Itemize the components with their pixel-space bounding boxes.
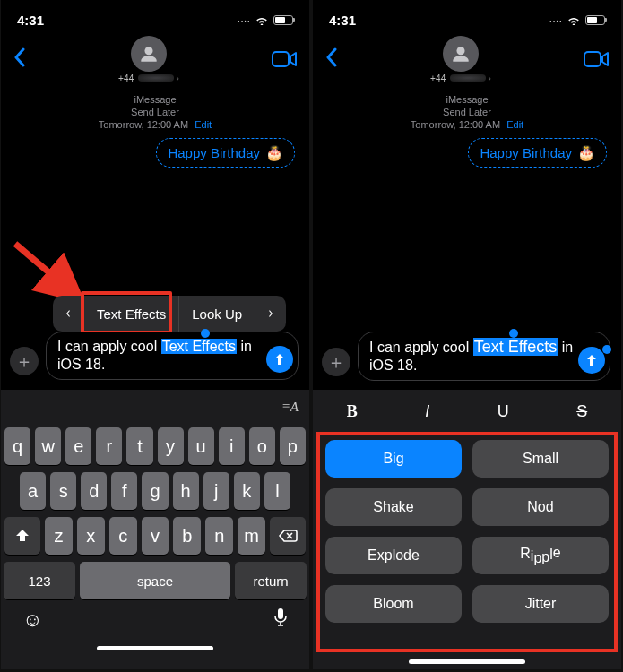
key-e[interactable]: e (65, 427, 91, 465)
battery-icon (273, 15, 293, 25)
key-y[interactable]: y (158, 427, 184, 465)
wifi-icon (255, 13, 269, 28)
key-q[interactable]: q (4, 427, 30, 465)
avatar[interactable] (131, 36, 167, 72)
numbers-key[interactable]: 123 (4, 562, 75, 599)
kb-row-3: zxcvbnm (4, 517, 306, 555)
nav-bar: +44 › (1, 39, 309, 79)
effect-shake[interactable]: Shake (325, 488, 462, 526)
shift-key[interactable] (4, 517, 40, 555)
key-j[interactable]: j (203, 472, 229, 510)
key-x[interactable]: x (77, 517, 105, 555)
effect-bloom[interactable]: Bloom (325, 585, 462, 623)
bubble-text: Happy Birthday (480, 145, 572, 160)
facetime-button[interactable] (584, 50, 609, 68)
key-v[interactable]: v (142, 517, 169, 555)
key-a[interactable]: a (20, 472, 46, 510)
context-prev[interactable] (53, 296, 83, 332)
key-n[interactable]: n (205, 517, 233, 555)
chevron-right-icon: › (177, 73, 179, 83)
status-time: 4:31 (17, 13, 44, 28)
contact-prefix: +44 (118, 73, 134, 83)
return-key[interactable]: return (235, 562, 307, 599)
meta-when: Tomorrow, 12:00 AM (99, 119, 188, 130)
context-next[interactable] (255, 296, 286, 332)
underline-toggle[interactable]: U (498, 402, 509, 421)
svg-point-4 (456, 47, 464, 55)
status-bar: 4:31 ···· (313, 0, 621, 39)
key-k[interactable]: k (234, 472, 260, 510)
avatar[interactable] (443, 36, 479, 72)
emoji-key[interactable]: ☺ (22, 608, 42, 632)
key-b[interactable]: b (173, 517, 201, 555)
contact-prefix: +44 (430, 73, 446, 83)
text-effects-panel: B I U S BigSmallShakeNodExplodeRippleBlo… (313, 390, 621, 669)
key-l[interactable]: l (264, 472, 290, 510)
meta-when: Tomorrow, 12:00 AM (411, 119, 500, 130)
key-u[interactable]: u (188, 427, 214, 465)
cake-icon: 🎂 (265, 144, 283, 161)
schedule-meta: iMessage Send Later Tomorrow, 12:00 AM E… (1, 93, 309, 131)
effect-ripple[interactable]: Ripple (472, 537, 609, 574)
facetime-button[interactable] (272, 50, 297, 68)
scheduled-bubble[interactable]: Happy Birthday 🎂 (468, 138, 607, 168)
kb-row-2: asdfghjkl (4, 472, 306, 510)
space-key[interactable]: space (80, 562, 230, 599)
keyboard-suggestion-bar: ≡A (1, 390, 309, 424)
dictation-key[interactable] (273, 607, 288, 633)
bold-toggle[interactable]: B (347, 402, 358, 421)
wifi-icon (567, 13, 581, 28)
key-c[interactable]: c (109, 517, 137, 555)
meta-mode: Send Later (1, 106, 309, 118)
effect-nod[interactable]: Nod (472, 488, 609, 526)
context-text-effects[interactable]: Text Effects (84, 296, 178, 332)
home-indicator[interactable] (409, 659, 525, 664)
send-button[interactable] (266, 346, 293, 373)
status-time: 4:31 (329, 13, 356, 28)
meta-service: iMessage (313, 93, 621, 106)
italic-toggle[interactable]: I (425, 402, 429, 421)
back-button[interactable] (13, 46, 26, 73)
key-o[interactable]: o (249, 427, 275, 465)
text-format-icon[interactable]: ≡A (281, 400, 299, 415)
key-p[interactable]: p (280, 427, 306, 465)
context-look-up[interactable]: Look Up (179, 296, 255, 332)
effect-jitter[interactable]: Jitter (472, 585, 609, 623)
effect-big[interactable]: Big (325, 440, 462, 478)
effect-explode[interactable]: Explode (325, 537, 462, 574)
selected-text: Text Effects (161, 339, 237, 354)
chevron-right-icon: › (489, 73, 491, 83)
scheduled-bubble[interactable]: Happy Birthday 🎂 (156, 138, 295, 168)
status-bar: 4:31 ···· (1, 0, 309, 39)
home-indicator[interactable] (97, 646, 213, 650)
schedule-meta: iMessage Send Later Tomorrow, 12:00 AM E… (313, 93, 621, 131)
edit-schedule-button[interactable]: Edit (506, 119, 523, 130)
compose-field[interactable]: I can apply cool Text Effects in iOS 18. (358, 332, 610, 381)
effect-small[interactable]: Small (472, 440, 609, 478)
send-button[interactable] (578, 347, 605, 374)
key-h[interactable]: h (173, 472, 199, 510)
key-g[interactable]: g (142, 472, 168, 510)
edit-schedule-button[interactable]: Edit (195, 119, 212, 130)
delete-key[interactable] (270, 517, 306, 555)
battery-icon (585, 15, 605, 25)
key-f[interactable]: f (111, 472, 137, 510)
keyboard: ≡A qwertyuiop asdfghjkl zxcvbnm 123 spac… (1, 390, 309, 669)
plus-button[interactable]: ＋ (10, 347, 39, 375)
strike-toggle[interactable]: S (576, 402, 587, 421)
plus-button[interactable]: ＋ (322, 348, 350, 376)
status-cell: ···· (238, 13, 250, 27)
key-t[interactable]: t (126, 427, 152, 465)
key-i[interactable]: i (219, 427, 245, 465)
key-m[interactable]: m (238, 517, 265, 555)
key-z[interactable]: z (45, 517, 73, 555)
status-cell: ···· (549, 13, 562, 27)
key-s[interactable]: s (50, 472, 76, 510)
back-button[interactable] (325, 46, 338, 73)
key-w[interactable]: w (35, 427, 61, 465)
key-d[interactable]: d (81, 472, 107, 510)
screenshot-left: 4:31 ···· +44 › (1, 0, 309, 669)
key-r[interactable]: r (96, 427, 122, 465)
compose-field[interactable]: I can apply cool Text Effects in iOS 18. (46, 332, 299, 380)
format-style-row: B I U S (313, 390, 621, 433)
